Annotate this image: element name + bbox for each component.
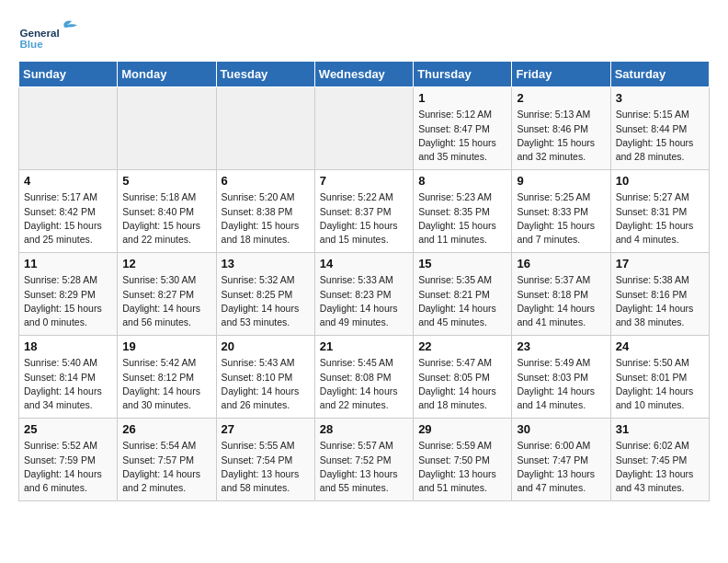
calendar-cell: 12Sunrise: 5:30 AMSunset: 8:27 PMDayligh…: [118, 253, 216, 336]
day-number: 17: [616, 257, 704, 270]
calendar-cell: 13Sunrise: 5:32 AMSunset: 8:25 PMDayligh…: [216, 253, 314, 336]
day-info: Sunrise: 5:22 AMSunset: 8:37 PMDaylight:…: [320, 190, 408, 247]
day-info: Sunrise: 5:15 AMSunset: 8:44 PMDaylight:…: [616, 108, 704, 164]
day-number: 27: [222, 422, 310, 436]
day-number: 3: [616, 91, 704, 105]
calendar-cell: 23Sunrise: 5:49 AMSunset: 8:03 PMDayligh…: [512, 336, 610, 419]
calendar-cell: [216, 87, 314, 170]
header-cell-sunday: Sunday: [19, 62, 118, 87]
calendar-cell: 26Sunrise: 5:54 AMSunset: 7:57 PMDayligh…: [118, 419, 216, 501]
calendar-cell: 31Sunrise: 6:02 AMSunset: 7:45 PMDayligh…: [610, 419, 709, 501]
day-info: Sunrise: 5:27 AMSunset: 8:31 PMDaylight:…: [616, 190, 704, 247]
day-number: 15: [418, 257, 506, 270]
calendar-cell: 28Sunrise: 5:57 AMSunset: 7:52 PMDayligh…: [314, 419, 413, 501]
day-info: Sunrise: 5:35 AMSunset: 8:21 PMDaylight:…: [418, 273, 506, 329]
calendar-cell: 11Sunrise: 5:28 AMSunset: 8:29 PMDayligh…: [19, 253, 118, 336]
calendar-cell: 3Sunrise: 5:15 AMSunset: 8:44 PMDaylight…: [610, 87, 709, 170]
calendar-cell: 16Sunrise: 5:37 AMSunset: 8:18 PMDayligh…: [512, 253, 610, 336]
day-number: 7: [320, 174, 408, 188]
day-info: Sunrise: 5:49 AMSunset: 8:03 PMDaylight:…: [517, 356, 605, 412]
day-number: 30: [517, 422, 605, 436]
calendar-cell: 2Sunrise: 5:13 AMSunset: 8:46 PMDaylight…: [512, 87, 610, 170]
day-info: Sunrise: 5:57 AMSunset: 7:52 PMDaylight:…: [320, 439, 408, 495]
day-number: 1: [418, 91, 506, 105]
day-number: 21: [320, 339, 408, 353]
day-info: Sunrise: 5:32 AMSunset: 8:25 PMDaylight:…: [222, 273, 310, 329]
day-info: Sunrise: 5:17 AMSunset: 8:42 PMDaylight:…: [24, 190, 112, 247]
day-number: 29: [418, 422, 506, 436]
header-cell-friday: Friday: [512, 62, 610, 87]
calendar-cell: 8Sunrise: 5:23 AMSunset: 8:35 PMDaylight…: [414, 170, 512, 253]
day-number: 10: [616, 174, 704, 188]
calendar-header: SundayMondayTuesdayWednesdayThursdayFrid…: [19, 62, 710, 87]
calendar-table: SundayMondayTuesdayWednesdayThursdayFrid…: [18, 61, 710, 501]
day-info: Sunrise: 5:20 AMSunset: 8:38 PMDaylight:…: [222, 190, 310, 247]
calendar-cell: [19, 87, 118, 170]
calendar-cell: 24Sunrise: 5:50 AMSunset: 8:01 PMDayligh…: [610, 336, 709, 419]
calendar-cell: 17Sunrise: 5:38 AMSunset: 8:16 PMDayligh…: [610, 253, 709, 336]
day-info: Sunrise: 5:12 AMSunset: 8:47 PMDaylight:…: [418, 108, 506, 164]
header-cell-wednesday: Wednesday: [314, 62, 413, 87]
day-number: 11: [24, 257, 112, 270]
day-number: 9: [517, 174, 605, 188]
day-number: 2: [517, 91, 605, 105]
day-info: Sunrise: 5:40 AMSunset: 8:14 PMDaylight:…: [24, 356, 112, 412]
calendar-cell: 4Sunrise: 5:17 AMSunset: 8:42 PMDaylight…: [19, 170, 118, 253]
day-number: 12: [122, 257, 210, 270]
day-info: Sunrise: 5:23 AMSunset: 8:35 PMDaylight:…: [418, 190, 506, 247]
day-number: 31: [616, 422, 704, 436]
day-number: 28: [320, 422, 408, 436]
calendar-cell: 15Sunrise: 5:35 AMSunset: 8:21 PMDayligh…: [414, 253, 512, 336]
header-row: SundayMondayTuesdayWednesdayThursdayFrid…: [19, 62, 710, 87]
header-cell-monday: Monday: [118, 62, 216, 87]
calendar-cell: 29Sunrise: 5:59 AMSunset: 7:50 PMDayligh…: [414, 419, 512, 501]
day-info: Sunrise: 5:50 AMSunset: 8:01 PMDaylight:…: [616, 356, 704, 412]
day-number: 4: [24, 174, 112, 188]
header-cell-thursday: Thursday: [414, 62, 512, 87]
day-info: Sunrise: 5:28 AMSunset: 8:29 PMDaylight:…: [24, 273, 112, 329]
calendar-cell: 19Sunrise: 5:42 AMSunset: 8:12 PMDayligh…: [118, 336, 216, 419]
page-header: General Blue: [18, 18, 710, 52]
calendar-cell: [118, 87, 216, 170]
day-info: Sunrise: 5:52 AMSunset: 7:59 PMDaylight:…: [24, 439, 112, 495]
day-number: 24: [616, 339, 704, 353]
day-info: Sunrise: 5:18 AMSunset: 8:40 PMDaylight:…: [122, 190, 210, 247]
day-info: Sunrise: 5:37 AMSunset: 8:18 PMDaylight:…: [517, 273, 605, 329]
day-info: Sunrise: 5:33 AMSunset: 8:23 PMDaylight:…: [320, 273, 408, 329]
day-info: Sunrise: 5:55 AMSunset: 7:54 PMDaylight:…: [222, 439, 310, 495]
day-number: 18: [24, 339, 112, 353]
day-number: 16: [517, 257, 605, 270]
day-number: 20: [222, 339, 310, 353]
calendar-cell: 9Sunrise: 5:25 AMSunset: 8:33 PMDaylight…: [512, 170, 610, 253]
day-info: Sunrise: 5:59 AMSunset: 7:50 PMDaylight:…: [418, 439, 506, 495]
day-number: 13: [222, 257, 310, 270]
calendar-week-row: 11Sunrise: 5:28 AMSunset: 8:29 PMDayligh…: [19, 253, 710, 336]
calendar-cell: 1Sunrise: 5:12 AMSunset: 8:47 PMDaylight…: [414, 87, 512, 170]
calendar-cell: 14Sunrise: 5:33 AMSunset: 8:23 PMDayligh…: [314, 253, 413, 336]
logo-svg: General Blue: [18, 18, 92, 52]
calendar-cell: 6Sunrise: 5:20 AMSunset: 8:38 PMDaylight…: [216, 170, 314, 253]
calendar-cell: 20Sunrise: 5:43 AMSunset: 8:10 PMDayligh…: [216, 336, 314, 419]
calendar-cell: 30Sunrise: 6:00 AMSunset: 7:47 PMDayligh…: [512, 419, 610, 501]
calendar-week-row: 4Sunrise: 5:17 AMSunset: 8:42 PMDaylight…: [19, 170, 710, 253]
calendar-week-row: 25Sunrise: 5:52 AMSunset: 7:59 PMDayligh…: [19, 419, 710, 501]
calendar-cell: 25Sunrise: 5:52 AMSunset: 7:59 PMDayligh…: [19, 419, 118, 501]
day-info: Sunrise: 5:45 AMSunset: 8:08 PMDaylight:…: [320, 356, 408, 412]
day-number: 22: [418, 339, 506, 353]
day-number: 6: [222, 174, 310, 188]
day-number: 8: [418, 174, 506, 188]
calendar-cell: 5Sunrise: 5:18 AMSunset: 8:40 PMDaylight…: [118, 170, 216, 253]
day-number: 14: [320, 257, 408, 270]
calendar-cell: 21Sunrise: 5:45 AMSunset: 8:08 PMDayligh…: [314, 336, 413, 419]
calendar-cell: 7Sunrise: 5:22 AMSunset: 8:37 PMDaylight…: [314, 170, 413, 253]
header-cell-tuesday: Tuesday: [216, 62, 314, 87]
day-number: 5: [122, 174, 210, 188]
svg-text:Blue: Blue: [19, 38, 43, 50]
day-info: Sunrise: 5:13 AMSunset: 8:46 PMDaylight:…: [517, 108, 605, 164]
calendar-cell: 22Sunrise: 5:47 AMSunset: 8:05 PMDayligh…: [414, 336, 512, 419]
day-info: Sunrise: 5:25 AMSunset: 8:33 PMDaylight:…: [517, 190, 605, 247]
calendar-cell: 27Sunrise: 5:55 AMSunset: 7:54 PMDayligh…: [216, 419, 314, 501]
day-info: Sunrise: 6:02 AMSunset: 7:45 PMDaylight:…: [616, 439, 704, 495]
calendar-cell: 18Sunrise: 5:40 AMSunset: 8:14 PMDayligh…: [19, 336, 118, 419]
calendar-week-row: 1Sunrise: 5:12 AMSunset: 8:47 PMDaylight…: [19, 87, 710, 170]
